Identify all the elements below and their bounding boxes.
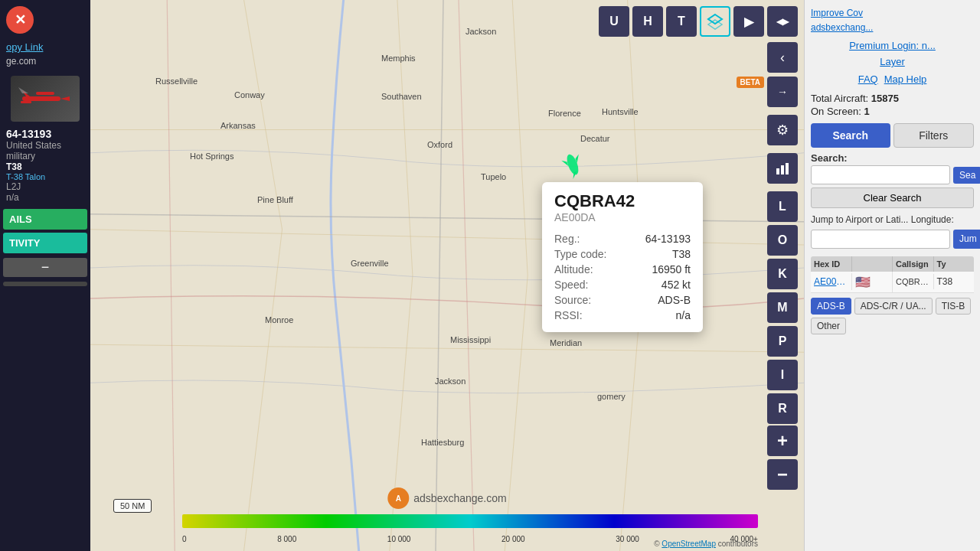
aircraft-table-header: Hex ID Callsign Ty: [811, 256, 974, 272]
th-flag: [852, 256, 893, 272]
tag-adsc[interactable]: ADS-C/R / UA...: [854, 298, 933, 315]
right-nav-links: FAQ Map Help: [811, 73, 974, 85]
faq-link[interactable]: FAQ: [858, 73, 878, 85]
watermark-logo: A: [387, 487, 409, 509]
svg-marker-5: [18, 87, 28, 93]
btn-t[interactable]: T: [666, 6, 697, 37]
aircraft-thumbnail: [11, 76, 80, 122]
tag-tisb[interactable]: TIS-B: [936, 298, 972, 315]
zoom-in-button[interactable]: +: [767, 425, 798, 456]
nav-btn-r[interactable]: R: [767, 393, 798, 424]
popup-type-value: T38: [672, 248, 691, 260]
popup-alt-value: 16950 ft: [652, 263, 691, 276]
svg-rect-13: [781, 165, 784, 174]
details-button[interactable]: AILS: [3, 209, 87, 230]
total-aircraft-stat: Total Aircraft: 15875: [811, 93, 974, 104]
on-screen-label: On Screen:: [811, 106, 861, 117]
td-type-value: T38: [934, 273, 975, 290]
nav-btn-k[interactable]: K: [767, 259, 798, 289]
popup-row-reg: Reg.: 64-13193: [554, 231, 691, 246]
side-nav: L O K M P I R: [767, 191, 798, 424]
map-help-link[interactable]: Map Help: [884, 73, 927, 85]
zoom-out-button[interactable]: −: [767, 459, 798, 490]
td-hex-value[interactable]: AE00DA: [811, 273, 852, 290]
sidebar-bottom-btn[interactable]: [3, 282, 87, 286]
sidebar-aircraft-info: 64-13193 United States military T38 T-38…: [0, 125, 90, 206]
popup-speed-value: 452 kt: [662, 279, 691, 291]
popup-row-rssi: RSSI: n/a: [554, 308, 691, 323]
sidebar-category: military: [6, 151, 84, 161]
popup-speed-label: Speed:: [554, 279, 588, 291]
nav-btn-m[interactable]: M: [767, 292, 798, 323]
sidebar-minus-button[interactable]: −: [3, 258, 87, 277]
total-aircraft-value: 15875: [871, 93, 899, 104]
source-filter-row: ADS-B ADS-C/R / UA... TIS-B Other: [811, 298, 974, 334]
popup-callsign: CQBRA42: [554, 191, 691, 211]
layer-link[interactable]: Layer: [811, 56, 974, 67]
map-area[interactable]: Jackson Memphis Russellville Conway Arka…: [90, 0, 804, 551]
search-input[interactable]: [811, 165, 950, 184]
search-label: Search:: [811, 152, 974, 164]
btn-arrows-lr[interactable]: ◀▶: [767, 6, 798, 37]
color-label-8k: 8 000: [277, 535, 296, 543]
beta-badge: BETA: [737, 77, 764, 88]
table-row[interactable]: AE00DA 🇺🇸 CQBRA42 T38: [811, 272, 974, 293]
on-screen-value: 1: [864, 106, 869, 117]
osm-attribution: © OpenStreetMap © OpenStreetMap contribu…: [654, 540, 758, 548]
popup-row-source: Source: ADS-B: [554, 292, 691, 308]
login-button[interactable]: →: [767, 77, 798, 107]
map-back-button[interactable]: ‹: [767, 42, 798, 73]
btn-h[interactable]: H: [632, 6, 663, 37]
nav-btn-o[interactable]: O: [767, 225, 798, 256]
nav-btn-p[interactable]: P: [767, 326, 798, 357]
activity-button[interactable]: TIVITY: [3, 233, 87, 253]
popup-type-label: Type code:: [554, 248, 607, 260]
sidebar-country: United States: [6, 140, 84, 151]
popup-reg-value: 64-13193: [645, 233, 691, 245]
improve-cov-link[interactable]: Improve Cov: [811, 6, 974, 21]
nav-btn-i[interactable]: I: [767, 360, 798, 390]
svg-rect-3: [36, 92, 54, 95]
popup-source-label: Source:: [554, 294, 591, 306]
on-screen-stat: On Screen: 1: [811, 106, 974, 117]
th-callsign: Callsign: [893, 256, 934, 272]
jump-button[interactable]: Jum: [953, 230, 980, 249]
svg-marker-10: [708, 15, 722, 24]
popup-reg-label: Reg.:: [554, 233, 580, 245]
zoom-controls: + −: [767, 425, 798, 490]
right-top-links: Improve Cov adsbexchang...: [811, 6, 974, 35]
popup-hex: AE00DA: [554, 211, 691, 223]
search-button[interactable]: Search: [811, 123, 890, 148]
popup-row-type: Type code: T38: [554, 246, 691, 262]
btn-forward[interactable]: ▶: [733, 6, 764, 37]
btn-layers[interactable]: [700, 6, 730, 37]
domain-text: ge.com: [0, 54, 90, 73]
sidebar-reg: 64-13193: [6, 128, 84, 140]
watermark: A adsbexchange.com: [387, 487, 506, 509]
svg-rect-0: [22, 96, 60, 101]
popup-rssi-value: n/a: [676, 309, 691, 321]
btn-u[interactable]: U: [599, 6, 629, 37]
nav-btn-l[interactable]: L: [767, 191, 798, 222]
search-go-button[interactable]: Sea: [953, 167, 980, 184]
popup-source-value: ADS-B: [658, 294, 691, 306]
filters-button[interactable]: Filters: [893, 123, 975, 148]
scale-bar: 50 NM: [113, 499, 152, 513]
tag-other[interactable]: Other: [811, 318, 846, 334]
altitude-color-bar: [182, 514, 758, 528]
sidebar-na: n/a: [6, 192, 84, 203]
scale-bar-label: 50 NM: [113, 499, 152, 513]
clear-search-button[interactable]: Clear Search: [811, 187, 974, 208]
popup-row-speed: Speed: 452 kt: [554, 277, 691, 292]
chart-button[interactable]: [767, 153, 798, 184]
aircraft-icon[interactable]: [557, 149, 588, 180]
close-button[interactable]: ✕: [6, 6, 34, 34]
td-callsign-value: CQBRA42: [893, 274, 934, 289]
premium-login-link[interactable]: Premium Login: n...: [811, 40, 974, 51]
adsbexchange-link[interactable]: adsbexchang...: [811, 21, 974, 35]
copy-link[interactable]: opy Link: [0, 40, 90, 54]
gear-button[interactable]: ⚙: [767, 115, 798, 145]
tag-adsb[interactable]: ADS-B: [811, 298, 851, 315]
td-flag-value: 🇺🇸: [852, 272, 893, 292]
jump-input[interactable]: [811, 230, 950, 249]
